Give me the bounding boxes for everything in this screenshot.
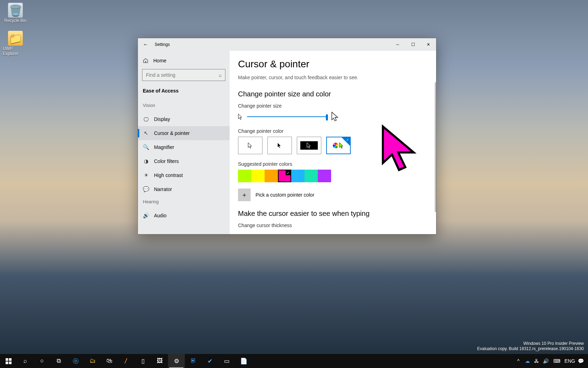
pointer-color-inverted[interactable] <box>297 137 321 154</box>
taskbar-phone[interactable]: ▯ <box>134 354 151 368</box>
svg-rect-2 <box>6 361 8 364</box>
section-cursor-heading: Make the cursor easier to see when typin… <box>238 210 428 218</box>
section-size-color-heading: Change pointer size and color <box>238 90 428 98</box>
narrator-icon: 💬 <box>143 186 149 192</box>
color-swatch-lime[interactable] <box>238 170 251 182</box>
nav-label: Narrator <box>154 186 172 192</box>
tray-volume-icon[interactable]: 🔊 <box>541 354 550 368</box>
taskbar: ⌕ ○ ⧉ ⓔ 🗂 🛍 〳 ▯ 🖼 ⚙ ⛨ ✔ ▭ 📄 ^ ☁ 🖧 🔊 ⌨ EN… <box>0 354 588 368</box>
recycle-bin-icon: 🗑️ <box>8 3 23 18</box>
back-button[interactable]: ← <box>143 41 148 48</box>
taskbar-settings[interactable]: ⚙ <box>168 354 185 368</box>
taskbar-photos[interactable]: 🖼 <box>151 354 168 368</box>
nav-audio[interactable]: 🔊 Audio <box>138 209 230 223</box>
search-field[interactable] <box>146 72 209 78</box>
settings-window: ← Settings ─ ☐ ✕ Home ⌕ Ease of Access V… <box>138 38 436 234</box>
color-swatch-orange[interactable] <box>265 170 278 182</box>
taskbar-app2[interactable]: ▭ <box>218 354 235 368</box>
svg-rect-0 <box>6 358 8 361</box>
pointer-color-label: Change pointer color <box>238 128 428 134</box>
desktop-icon-label: Recycle Bin <box>4 18 26 23</box>
check-icon: ✓ <box>346 138 349 142</box>
home-label: Home <box>153 58 166 63</box>
tray-ime-icon[interactable]: ⌨ <box>550 354 564 368</box>
check-icon: ✓ <box>286 170 290 175</box>
taskbar-todo[interactable]: ✔ <box>202 354 218 368</box>
tray-overflow[interactable]: ^ <box>514 354 523 368</box>
group-hearing: Hearing <box>138 196 230 209</box>
color-swatch-magenta[interactable]: ✓ <box>278 170 291 182</box>
audio-icon: 🔊 <box>143 212 149 219</box>
home-button[interactable]: Home <box>138 54 230 67</box>
color-filter-icon: ◑ <box>143 158 149 164</box>
nav-label: Display <box>154 116 170 122</box>
scrollbar[interactable] <box>435 82 436 212</box>
search-input[interactable]: ⌕ <box>142 69 225 81</box>
color-swatch-yellow[interactable] <box>251 170 265 182</box>
high-contrast-icon: ☀ <box>143 172 149 178</box>
search-icon: ⌕ <box>219 72 222 78</box>
tray-network-icon[interactable]: 🖧 <box>532 354 541 368</box>
cursor-icon: ↖ <box>143 130 149 136</box>
page-title: Cursor & pointer <box>238 59 428 70</box>
home-icon <box>143 58 148 63</box>
titlebar: ← Settings ─ ☐ ✕ <box>138 38 436 51</box>
minimize-button[interactable]: ─ <box>390 38 405 51</box>
cursor-thickness-label: Change cursor thickness <box>238 223 428 228</box>
nav-color-filters[interactable]: ◑ Color filters <box>138 154 230 168</box>
content-area: Cursor & pointer Make pointer, cursor, a… <box>230 51 436 234</box>
desktop-watermark: Windows 10 Pro Insider Preview Evaluatio… <box>477 341 584 352</box>
taskbar-taskview[interactable]: ⧉ <box>50 354 67 368</box>
color-swatch-blue[interactable] <box>291 170 304 182</box>
nav-narrator[interactable]: 💬 Narrator <box>138 182 230 196</box>
pointer-color-black[interactable] <box>267 137 292 154</box>
nav-high-contrast[interactable]: ☀ High contrast <box>138 168 230 182</box>
pointer-color-custom[interactable]: ✓ <box>326 137 351 154</box>
taskbar-search[interactable]: ⌕ <box>17 354 34 368</box>
suggested-colors-label: Suggested pointer colors <box>238 161 428 167</box>
group-vision: Vision <box>138 100 230 112</box>
desktop-icon-uwp-explorer[interactable]: 📁 UWP Explorer <box>3 31 28 56</box>
nav-label: Color filters <box>154 158 179 164</box>
desktop-icons: 🗑️ Recycle Bin 📁 UWP Explorer <box>3 3 28 56</box>
svg-rect-1 <box>9 358 11 361</box>
nav-magnifier[interactable]: 🔍 Magnifier <box>138 140 230 154</box>
magnifier-icon: 🔍 <box>143 144 149 150</box>
taskbar-store[interactable]: 🛍 <box>101 354 118 368</box>
large-cursor-icon <box>331 111 340 122</box>
nav-label: Magnifier <box>154 144 174 150</box>
tray-onedrive-icon[interactable]: ☁ <box>523 354 532 368</box>
window-title: Settings <box>155 42 170 47</box>
suggested-colors: ✓ <box>238 170 428 182</box>
nav-label: High contrast <box>154 172 183 178</box>
tray-language[interactable]: ENG <box>564 354 576 368</box>
folder-icon: 📁 <box>8 31 23 46</box>
nav-cursor-pointer[interactable]: ↖ Cursor & pointer <box>138 126 230 140</box>
tray-action-center-icon[interactable]: 💬 <box>576 354 585 368</box>
page-description: Make pointer, cursor, and touch feedback… <box>238 75 428 80</box>
nav-display[interactable]: 🖵 Display <box>138 112 230 126</box>
taskbar-cortana[interactable]: ○ <box>34 354 50 368</box>
close-button[interactable]: ✕ <box>421 38 436 51</box>
desktop-icon-label: UWP Explorer <box>3 46 28 56</box>
start-button[interactable] <box>0 354 17 368</box>
svg-rect-3 <box>9 361 11 364</box>
small-cursor-icon <box>238 114 243 120</box>
color-swatch-purple[interactable] <box>318 170 331 182</box>
category-heading: Ease of Access <box>138 86 230 100</box>
taskbar-edge[interactable]: ⓔ <box>67 354 84 368</box>
pick-custom-color-button[interactable]: ＋ <box>238 189 251 201</box>
display-icon: 🖵 <box>143 116 149 122</box>
color-swatch-teal[interactable] <box>304 170 318 182</box>
rainbow-icon <box>333 143 338 148</box>
pointer-color-white[interactable] <box>238 137 262 154</box>
taskbar-security[interactable]: ⛨ <box>185 354 202 368</box>
taskbar-file-explorer[interactable]: 🗂 <box>84 354 101 368</box>
desktop-icon-recycle-bin[interactable]: 🗑️ Recycle Bin <box>3 3 28 23</box>
taskbar-notes[interactable]: 📄 <box>235 354 252 368</box>
taskbar-app1[interactable]: 〳 <box>118 354 134 368</box>
pick-custom-color-label: Pick a custom pointer color <box>255 192 314 198</box>
maximize-button[interactable]: ☐ <box>405 38 421 51</box>
pointer-size-slider[interactable] <box>247 113 327 120</box>
pointer-size-label: Change pointer size <box>238 103 428 109</box>
